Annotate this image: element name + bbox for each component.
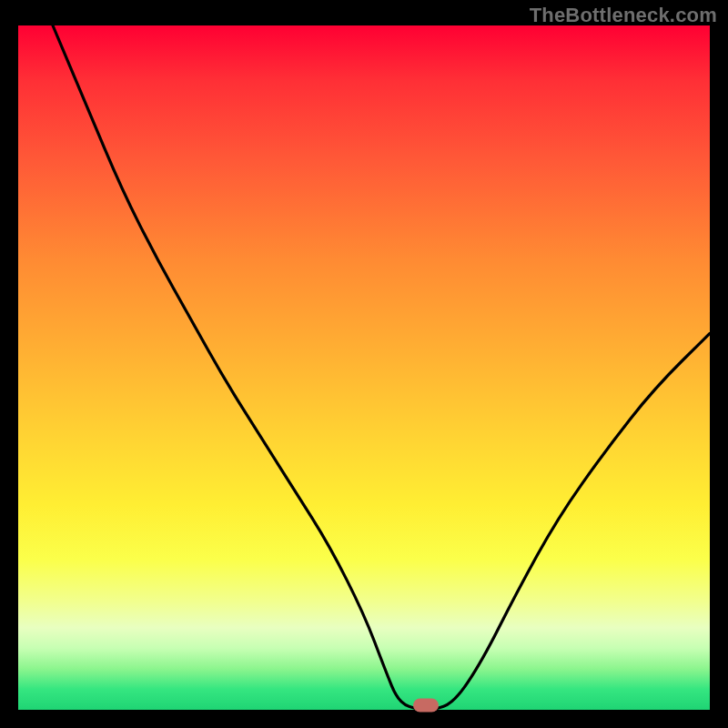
bottleneck-curve — [18, 25, 710, 710]
watermark-label: TheBottleneck.com — [530, 4, 717, 27]
chart-frame: TheBottleneck.com — [0, 0, 728, 728]
plot-area — [18, 25, 710, 710]
minimum-marker — [413, 699, 439, 713]
